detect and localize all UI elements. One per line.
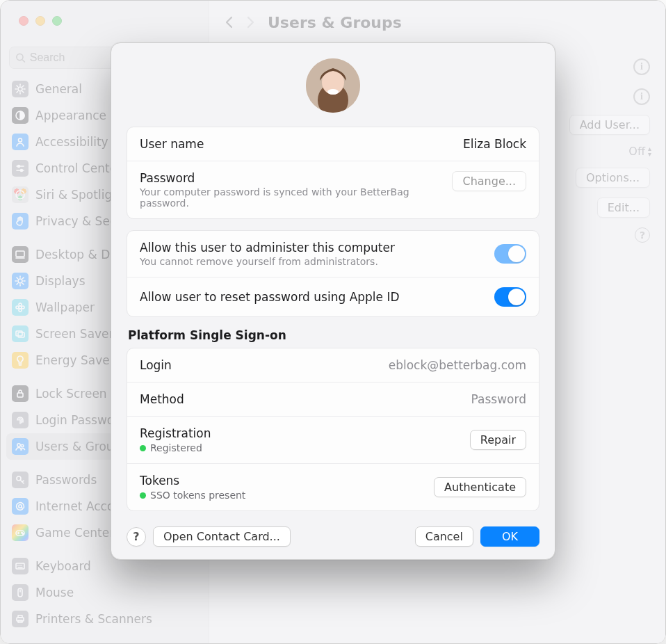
repair-button[interactable]: Repair (470, 430, 526, 450)
tokens-status: SSO tokens present (150, 490, 245, 501)
username-label: User name (140, 137, 204, 151)
reset-appleid-toggle[interactable] (494, 287, 526, 307)
admin-label: Allow this user to administer this compu… (140, 241, 485, 255)
method-value: Password (471, 392, 526, 406)
identity-card: User name Eliza Block Password Your comp… (127, 127, 539, 219)
modal-scrim: User name Eliza Block Password Your comp… (1, 1, 665, 643)
permissions-card: Allow this user to administer this compu… (127, 230, 539, 317)
admin-toggle[interactable] (494, 244, 526, 264)
method-label: Method (140, 392, 184, 406)
user-avatar[interactable] (306, 58, 360, 113)
system-settings-window: GeneralAppearanceAccessibilityControl Ce… (0, 0, 666, 644)
authenticate-button[interactable]: Authenticate (434, 477, 526, 497)
admin-sublabel: You cannot remove yourself from administ… (140, 256, 485, 267)
login-value: eblock@betterbag.com (389, 358, 526, 372)
registration-label: Registration (140, 426, 460, 440)
open-contact-card-button[interactable]: Open Contact Card... (153, 526, 291, 547)
password-label: Password (140, 171, 442, 185)
cancel-button[interactable]: Cancel (415, 526, 473, 547)
registration-status: Registered (150, 442, 202, 453)
svg-point-44 (327, 89, 339, 95)
dialog-footer: ? Open Contact Card... Cancel OK (127, 522, 539, 547)
psso-card: Login eblock@betterbag.com Method Passwo… (127, 348, 539, 511)
status-dot-icon (140, 445, 146, 451)
user-detail-dialog: User name Eliza Block Password Your comp… (111, 42, 555, 560)
reset-appleid-label: Allow user to reset password using Apple… (140, 290, 485, 304)
ok-button[interactable]: OK (480, 526, 539, 547)
status-dot-icon (140, 492, 146, 499)
psso-heading: Platform Single Sign-on (127, 328, 539, 344)
username-value: Eliza Block (463, 137, 526, 151)
login-label: Login (140, 358, 172, 372)
help-button[interactable]: ? (127, 527, 146, 547)
password-sublabel: Your computer password is synced with yo… (140, 186, 442, 209)
change-password-button[interactable]: Change... (452, 171, 526, 191)
tokens-label: Tokens (140, 474, 424, 488)
